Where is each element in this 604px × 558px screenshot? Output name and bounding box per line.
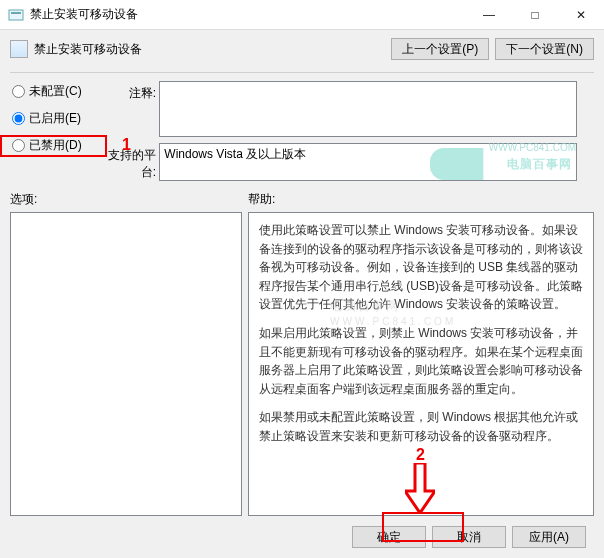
radio-disabled[interactable]: 已禁用(D) [10, 137, 92, 154]
app-icon [8, 7, 24, 23]
window-title: 禁止安装可移动设备 [30, 6, 138, 23]
help-label: 帮助: [248, 191, 275, 208]
prev-setting-button[interactable]: 上一个设置(P) [391, 38, 489, 60]
radio-disabled-label: 已禁用(D) [29, 137, 82, 154]
header-row: 禁止安装可移动设备 上一个设置(P) 下一个设置(N) [10, 38, 594, 60]
radio-not-configured[interactable]: 未配置(C) [10, 83, 92, 100]
ok-button[interactable]: 确定 [352, 526, 426, 548]
minimize-button[interactable]: — [466, 0, 512, 30]
radio-enabled-input[interactable] [12, 112, 25, 125]
options-pane [10, 212, 242, 516]
svg-rect-0 [9, 10, 23, 20]
platform-text: Windows Vista 及以上版本 [164, 147, 306, 161]
lower-panes: 使用此策略设置可以禁止 Windows 安装可移动设备。如果设备连接到的设备的驱… [10, 212, 594, 516]
divider [10, 72, 594, 73]
radio-not-configured-label: 未配置(C) [29, 83, 82, 100]
annotation-label: 注释: [98, 81, 156, 102]
fields-col: 注释: 支持的平台: Windows Vista 及以上版本 [98, 81, 594, 181]
section-labels: 选项: 帮助: [10, 191, 594, 208]
apply-button[interactable]: 应用(A) [512, 526, 586, 548]
annotation-input[interactable] [159, 81, 577, 137]
radio-not-configured-input[interactable] [12, 85, 25, 98]
svg-rect-1 [11, 12, 21, 14]
platform-value: Windows Vista 及以上版本 [159, 143, 577, 181]
radio-group: 未配置(C) 已启用(E) 已禁用(D) [10, 81, 92, 181]
next-setting-button[interactable]: 下一个设置(N) [495, 38, 594, 60]
titlebar: 禁止安装可移动设备 — □ ✕ [0, 0, 604, 30]
annotation-number-2: 2 [416, 446, 425, 464]
radio-enabled-label: 已启用(E) [29, 110, 81, 127]
config-row: 未配置(C) 已启用(E) 已禁用(D) 注释: 支持的平台: Windows … [10, 81, 594, 181]
content: 禁止安装可移动设备 上一个设置(P) 下一个设置(N) 未配置(C) 已启用(E… [0, 30, 604, 558]
radio-disabled-input[interactable] [12, 139, 25, 152]
help-p2: 如果启用此策略设置，则禁止 Windows 安装可移动设备，并且不能更新现有可移… [259, 324, 583, 398]
annotation-number-1: 1 [122, 136, 131, 154]
cancel-button[interactable]: 取消 [432, 526, 506, 548]
button-row: 确定 取消 应用(A) [10, 516, 594, 548]
page-title: 禁止安装可移动设备 [34, 41, 142, 58]
radio-enabled[interactable]: 已启用(E) [10, 110, 92, 127]
options-label: 选项: [10, 191, 248, 208]
help-p1: 使用此策略设置可以禁止 Windows 安装可移动设备。如果设备连接到的设备的驱… [259, 221, 583, 314]
policy-icon [10, 40, 28, 58]
help-p3: 如果禁用或未配置此策略设置，则 Windows 根据其他允许或禁止策略设置来安装… [259, 408, 583, 445]
help-pane: 使用此策略设置可以禁止 Windows 安装可移动设备。如果设备连接到的设备的驱… [248, 212, 594, 516]
maximize-button[interactable]: □ [512, 0, 558, 30]
close-button[interactable]: ✕ [558, 0, 604, 30]
